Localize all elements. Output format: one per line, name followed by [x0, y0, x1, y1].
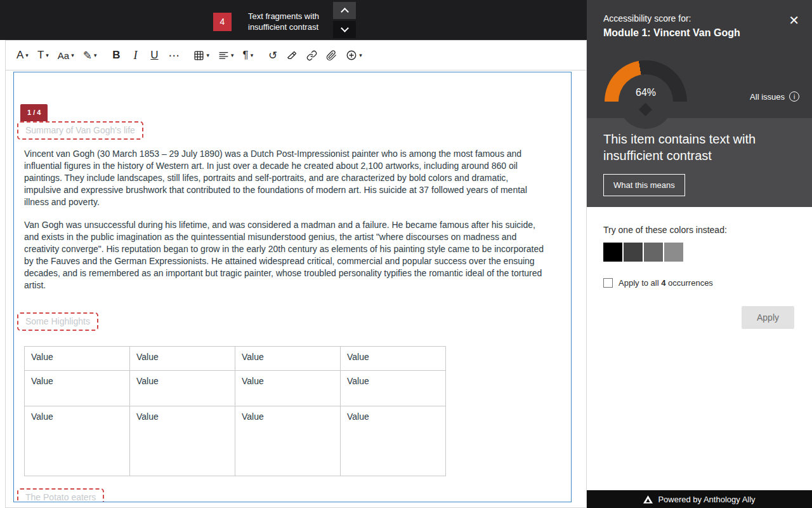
chevron-down-icon: ▾ [46, 52, 49, 58]
eraser-icon [287, 50, 298, 61]
plus-circle-icon [346, 50, 357, 61]
table-row: Value Value Value Value [25, 371, 446, 406]
gauge-hole [619, 74, 673, 129]
italic-button[interactable]: I [126, 44, 145, 66]
text-style-icon: T [37, 49, 44, 62]
panel-footer: Powered by Anthology Ally [587, 490, 812, 508]
panel-header: Accessibility score for: Module 1: Vince… [587, 0, 812, 118]
highlight-icon: ✎ [83, 49, 92, 62]
score-value: 64% [605, 87, 687, 98]
font-size-icon: Aa [58, 50, 69, 61]
color-swatch-gray[interactable] [644, 243, 663, 262]
paragraph-icon: ¶ [243, 49, 249, 62]
align-left-icon [218, 50, 229, 61]
module-title: Module 1: Vincent Van Gogh [603, 27, 740, 39]
apply-all-row: Apply to all 4 occurrences [603, 278, 812, 288]
chevron-down-icon: ▾ [206, 52, 209, 58]
chevron-down-icon: ▾ [359, 52, 362, 58]
issue-label-line1: Text fragments with [248, 11, 319, 22]
table-cell: Value [235, 406, 341, 476]
text-style-button[interactable]: T▾ [33, 44, 53, 66]
apply-all-checkbox[interactable] [603, 278, 613, 288]
table-row: Value Value Value Value [25, 347, 446, 371]
footer-label: Powered by Anthology Ally [658, 495, 755, 504]
editor-toolbar: A▾ T▾ Aa▾ ✎▾ B I U ⋯ ▾ ▾ ¶▾ ↺ ▾ [6, 41, 586, 70]
close-icon[interactable]: ✕ [789, 13, 799, 28]
rich-text-editor: A▾ T▾ Aa▾ ✎▾ B I U ⋯ ▾ ▾ ¶▾ ↺ ▾ 1 / 4 Su… [5, 40, 587, 508]
text-color-icon: A [16, 49, 23, 62]
insert-table-button[interactable]: ▾ [189, 44, 214, 66]
table-row: Value Value Value Value [25, 406, 446, 476]
color-swatch-dark-gray[interactable] [624, 243, 643, 262]
table-cell: Value [341, 371, 446, 406]
text-color-button[interactable]: A▾ [12, 44, 33, 66]
anthology-ally-logo-icon [643, 495, 653, 504]
highlight-color-button[interactable]: ✎▾ [79, 44, 102, 66]
apply-button[interactable]: Apply [742, 306, 794, 329]
ellipsis-icon: ⋯ [168, 49, 179, 62]
all-issues-button[interactable]: All issues i [750, 91, 799, 102]
table-cell: Value [235, 371, 341, 406]
score-label: Accessibility score for: [603, 13, 691, 23]
paragraph-van-gogh-legacy: Van Gogh was unsuccessful during his lif… [24, 219, 546, 291]
table-cell: Value [341, 406, 446, 476]
flagged-fragment-highlights-heading[interactable]: Some Highlights [17, 312, 98, 331]
all-issues-label: All issues [750, 92, 785, 102]
table-cell: Value [25, 406, 130, 476]
table-cell: Value [25, 371, 130, 406]
bold-button[interactable]: B [107, 44, 126, 66]
underline-button[interactable]: U [145, 44, 164, 66]
font-size-button[interactable]: Aa▾ [53, 44, 79, 66]
accessibility-score-gauge: 64% [605, 60, 687, 102]
table-icon [193, 50, 204, 61]
apply-all-label: Apply to all 4 occurrences [619, 278, 713, 288]
previous-issue-button[interactable] [333, 2, 356, 19]
fragment-counter-badge: 1 / 4 [20, 104, 48, 121]
table-cell: Value [235, 347, 341, 371]
issue-label-line2: insufficient contrast [248, 22, 319, 32]
ally-accessibility-panel: Accessibility score for: Module 1: Vince… [587, 0, 812, 508]
chevron-down-icon: ▾ [71, 52, 74, 58]
clear-formatting-button[interactable] [282, 44, 302, 66]
table-cell: Value [130, 347, 235, 371]
chevron-down-icon [341, 24, 349, 32]
italic-icon: I [133, 49, 137, 62]
try-colors-label: Try one of these colors instead: [603, 207, 812, 235]
table-cell: Value [341, 347, 446, 371]
table-cell: Value [130, 406, 235, 476]
paragraph-van-gogh-bio: Vincent van Gogh (30 March 1853 – 29 Jul… [24, 148, 546, 208]
chevron-down-icon: ▾ [231, 52, 234, 58]
highlights-table: Value Value Value Value Value Value Valu… [24, 346, 446, 476]
flagged-fragment-potato-heading[interactable]: The Potato eaters [17, 488, 104, 502]
undo-button[interactable]: ↺ [263, 44, 282, 66]
next-issue-button[interactable] [333, 21, 356, 38]
underline-icon: U [150, 49, 158, 62]
paperclip-icon [326, 50, 337, 61]
issue-summary: 4 Text fragments with insufficient contr… [213, 11, 319, 32]
issue-pager [333, 2, 356, 38]
issue-count-badge: 4 [213, 13, 232, 31]
chevron-down-icon: ▾ [94, 52, 97, 58]
insert-link-button[interactable] [302, 44, 322, 66]
link-icon [306, 50, 317, 61]
issue-label: Text fragments with insufficient contras… [248, 11, 319, 32]
what-this-means-button[interactable]: What this means [603, 174, 685, 196]
bold-icon: B [112, 49, 120, 62]
undo-icon: ↺ [268, 49, 277, 62]
color-swatch-light-gray[interactable] [664, 243, 683, 262]
remediation-section: Try one of these colors instead: Apply t… [587, 207, 812, 490]
chevron-down-icon: ▾ [251, 52, 254, 58]
editor-content-area[interactable]: 1 / 4 Summary of Van Gogh's life Vincent… [13, 72, 572, 502]
info-icon: i [789, 91, 799, 102]
attach-file-button[interactable] [322, 44, 341, 66]
alignment-button[interactable]: ▾ [214, 44, 239, 66]
paragraph-format-button[interactable]: ¶▾ [239, 44, 258, 66]
color-swatch-group [603, 243, 812, 262]
chevron-down-icon: ▾ [25, 52, 29, 58]
color-swatch-black[interactable] [603, 243, 622, 262]
insert-content-button[interactable]: ▾ [341, 44, 367, 66]
more-formatting-button[interactable]: ⋯ [164, 44, 183, 66]
table-cell: Value [130, 371, 235, 406]
flagged-fragment-summary-heading[interactable]: Summary of Van Gogh's life [17, 121, 143, 140]
chevron-up-icon [341, 8, 349, 16]
